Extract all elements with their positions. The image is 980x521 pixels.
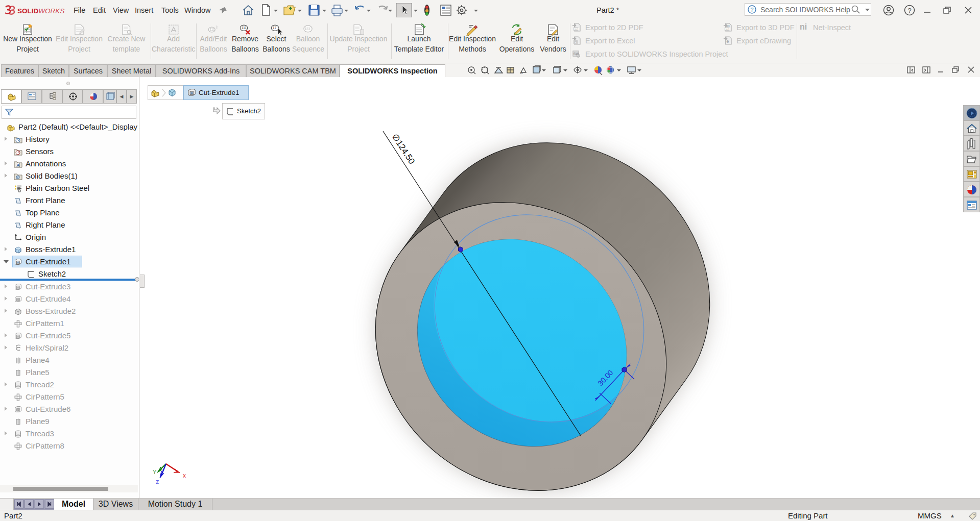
svg-text:?: ?: [751, 7, 754, 13]
svg-text:PDF: PDF: [725, 28, 730, 31]
svg-text:111: 111: [210, 28, 215, 31]
svg-text:17: 17: [273, 26, 277, 30]
svg-text:SOLIDWORKS: SOLIDWORKS: [17, 7, 64, 15]
svg-text:e: e: [727, 39, 729, 44]
svg-text:Y: Y: [153, 469, 157, 475]
svg-text:∅124.50: ∅124.50: [390, 132, 417, 166]
svg-text:A: A: [520, 70, 523, 75]
svg-text:123: 123: [305, 27, 310, 31]
svg-text:x: x: [183, 472, 186, 479]
svg-text:111: 111: [242, 26, 247, 30]
svg-text:z: z: [156, 478, 159, 485]
svg-text:SW: SW: [573, 52, 579, 56]
svg-text:?: ?: [908, 7, 912, 14]
svg-text:PDF: PDF: [574, 28, 579, 31]
